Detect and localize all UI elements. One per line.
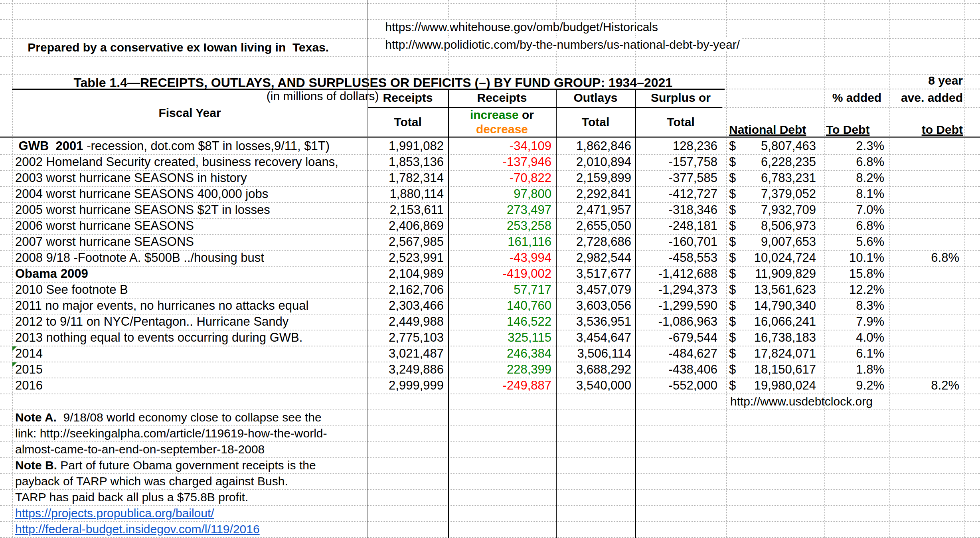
avg-8yr-cell[interactable] <box>889 346 964 362</box>
header-to-debt-8yr[interactable]: to Debt <box>889 107 964 136</box>
national-debt-cell[interactable]: $16,738,183 <box>726 330 824 346</box>
pct-added-cell[interactable]: 8.1% <box>824 186 889 202</box>
receipts-total-cell[interactable]: 2,523,991 <box>368 250 448 266</box>
receipts-total-cell[interactable]: 1,880,114 <box>368 186 448 202</box>
fiscal-year-cell[interactable]: 2008 9/18 -Footnote A. $500B ../housing … <box>12 250 368 266</box>
outlays-total-cell[interactable]: 3,540,000 <box>556 378 635 394</box>
surplus-total-cell[interactable]: -438,406 <box>635 362 726 378</box>
outlays-total-cell[interactable]: 2,982,544 <box>556 250 635 266</box>
hyperlink[interactable]: http://federal-budget.insidegov.com/l/11… <box>15 521 262 537</box>
receipts-change-cell[interactable]: 161,116 <box>448 234 556 250</box>
header-receipts-total[interactable]: Total <box>368 107 448 137</box>
receipts-total-cell[interactable]: 2,775,103 <box>368 330 448 346</box>
fiscal-year-cell[interactable]: 2006 worst hurricane SEASONS <box>12 218 368 234</box>
receipts-change-cell[interactable]: -43,994 <box>448 250 556 266</box>
fiscal-year-cell[interactable]: GWB 2001 -recession, dot.com $8T in loss… <box>12 138 368 154</box>
national-debt-cell[interactable]: $9,007,653 <box>726 234 824 250</box>
national-debt-cell[interactable]: $6,783,231 <box>726 170 824 186</box>
surplus-total-cell[interactable]: -484,627 <box>635 346 726 362</box>
header-to-debt[interactable]: To Debt <box>826 107 889 136</box>
receipts-change-cell[interactable]: -419,002 <box>448 266 556 282</box>
receipts-total-cell[interactable]: 2,153,611 <box>368 202 448 218</box>
header-ave-added[interactable]: ave. added <box>889 89 964 107</box>
fiscal-year-cell[interactable]: 2007 worst hurricane SEASONS <box>12 234 368 250</box>
national-debt-cell[interactable]: $5,807,463 <box>726 138 824 154</box>
header-receipts[interactable]: Receipts <box>368 89 448 107</box>
fiscal-year-cell[interactable]: 2005 worst hurricane SEASONS $2T in loss… <box>12 202 368 218</box>
header-pct-added[interactable]: % added <box>824 89 889 107</box>
receipts-total-cell[interactable]: 3,021,487 <box>368 346 448 362</box>
outlays-total-cell[interactable]: 1,862,846 <box>556 138 635 154</box>
hyperlink-text[interactable]: http://federal-budget.insidegov.com/l/11… <box>15 522 262 536</box>
pct-added-cell[interactable]: 15.8% <box>824 266 889 282</box>
receipts-change-cell[interactable]: 253,258 <box>448 218 556 234</box>
receipts-change-cell[interactable]: -137,946 <box>448 154 556 170</box>
pct-added-cell[interactable]: 9.2% <box>824 378 889 394</box>
national-debt-cell[interactable]: $18,150,617 <box>726 362 824 378</box>
outlays-total-cell[interactable]: 3,457,079 <box>556 282 635 298</box>
receipts-change-cell[interactable]: 325,115 <box>448 330 556 346</box>
source-url-whitehouse[interactable]: https://www.whitehouse.gov/omb/budget/Hi… <box>372 3 660 19</box>
prepared-by-note[interactable]: Prepared by a conservative ex Iowan livi… <box>14 19 331 38</box>
hyperlink[interactable]: https://projects.propublica.org/bailout/ <box>15 505 217 521</box>
surplus-total-cell[interactable]: -412,727 <box>635 186 726 202</box>
avg-8yr-cell[interactable] <box>889 330 964 346</box>
receipts-change-cell[interactable]: 228,399 <box>448 362 556 378</box>
receipts-total-cell[interactable]: 2,303,466 <box>368 298 448 314</box>
outlays-total-cell[interactable]: 2,655,050 <box>556 218 635 234</box>
surplus-total-cell[interactable]: -679,544 <box>635 330 726 346</box>
pct-added-cell[interactable]: 6.8% <box>824 154 889 170</box>
receipts-change-cell[interactable]: -34,109 <box>448 138 556 154</box>
pct-added-cell[interactable]: 8.3% <box>824 298 889 314</box>
fiscal-year-cell[interactable]: 2010 See footnote B <box>12 282 368 298</box>
header-outlays[interactable]: Outlays <box>556 89 635 107</box>
fiscal-year-cell[interactable]: 2016 <box>12 378 368 394</box>
avg-8yr-cell[interactable] <box>889 234 964 250</box>
fiscal-year-cell[interactable]: 2015 <box>12 362 368 378</box>
national-debt-cell[interactable]: $11,909,829 <box>726 266 824 282</box>
fiscal-year-cell[interactable]: 2002 Homeland Security created, business… <box>12 154 368 170</box>
receipts-total-cell[interactable]: 2,449,988 <box>368 314 448 330</box>
pct-added-cell[interactable]: 5.6% <box>824 234 889 250</box>
receipts-total-cell[interactable]: 1,782,314 <box>368 170 448 186</box>
outlays-total-cell[interactable]: 3,688,292 <box>556 362 635 378</box>
receipts-change-cell[interactable]: 140,760 <box>448 298 556 314</box>
pct-added-cell[interactable]: 2.3% <box>824 138 889 154</box>
header-surplus[interactable]: Surplus or <box>635 89 726 107</box>
avg-8yr-cell[interactable] <box>889 170 964 186</box>
source-url-polidiotic-text[interactable]: http://www.polidiotic.com/by-the-numbers… <box>385 38 742 51</box>
outlays-total-cell[interactable]: 2,292,841 <box>556 186 635 202</box>
national-debt-cell[interactable]: $13,561,623 <box>726 282 824 298</box>
surplus-total-cell[interactable]: -1,294,373 <box>635 282 726 298</box>
national-debt-cell[interactable]: $6,228,235 <box>726 154 824 170</box>
outlays-total-cell[interactable]: 3,517,677 <box>556 266 635 282</box>
surplus-total-cell[interactable]: -1,299,590 <box>635 298 726 314</box>
pct-added-cell[interactable]: 12.2% <box>824 282 889 298</box>
national-debt-cell[interactable]: $19,980,024 <box>726 378 824 394</box>
national-debt-cell[interactable]: $14,790,340 <box>726 298 824 314</box>
national-debt-cell[interactable]: $16,066,241 <box>726 314 824 330</box>
fiscal-year-cell[interactable]: 2003 worst hurricane SEASONS in history <box>12 170 368 186</box>
surplus-total-cell[interactable]: 128,236 <box>635 138 726 154</box>
outlays-total-cell[interactable]: 3,454,647 <box>556 330 635 346</box>
pct-added-cell[interactable]: 1.8% <box>824 362 889 378</box>
receipts-change-cell[interactable]: 97,800 <box>448 186 556 202</box>
outlays-total-cell[interactable]: 3,603,056 <box>556 298 635 314</box>
receipts-change-cell[interactable]: 57,717 <box>448 282 556 298</box>
receipts-total-cell[interactable]: 2,567,985 <box>368 234 448 250</box>
receipts-change-cell[interactable]: -70,822 <box>448 170 556 186</box>
hyperlink-text[interactable]: https://projects.propublica.org/bailout/ <box>15 506 217 520</box>
avg-8yr-cell[interactable] <box>889 298 964 314</box>
outlays-total-cell[interactable]: 2,728,686 <box>556 234 635 250</box>
receipts-total-cell[interactable]: 2,162,706 <box>368 282 448 298</box>
surplus-total-cell[interactable]: -1,412,688 <box>635 266 726 282</box>
pct-added-cell[interactable]: 10.1% <box>824 250 889 266</box>
surplus-total-cell[interactable]: -458,553 <box>635 250 726 266</box>
receipts-total-cell[interactable]: 3,249,886 <box>368 362 448 378</box>
source-url-polidiotic[interactable]: http://www.polidiotic.com/by-the-numbers… <box>372 21 742 37</box>
avg-8yr-cell[interactable] <box>889 218 964 234</box>
surplus-total-cell[interactable]: -1,086,963 <box>635 314 726 330</box>
surplus-total-cell[interactable]: -318,346 <box>635 202 726 218</box>
surplus-total-cell[interactable]: -552,000 <box>635 378 726 394</box>
receipts-total-cell[interactable]: 1,991,082 <box>368 138 448 154</box>
